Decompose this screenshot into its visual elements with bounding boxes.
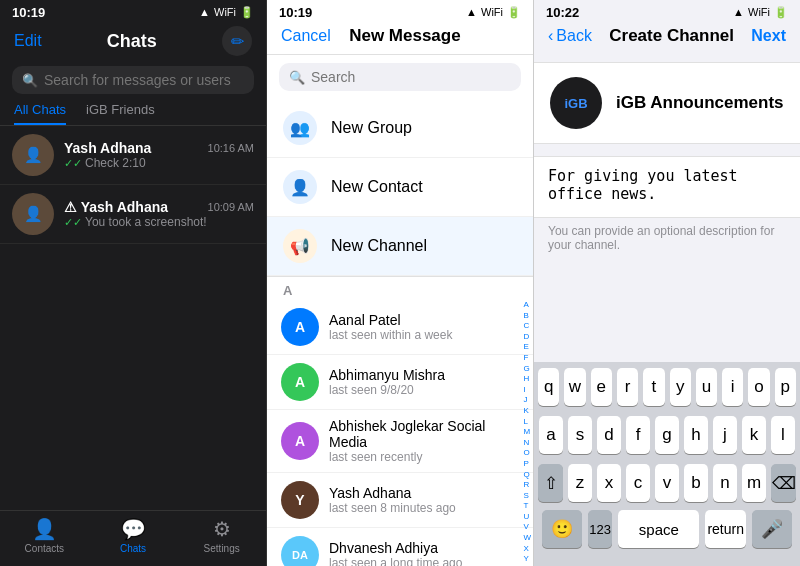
contact-name-dhvanesh: Dhvanesh Adhiya xyxy=(329,540,519,556)
key-j[interactable]: j xyxy=(713,416,737,454)
delete-key[interactable]: ⌫ xyxy=(771,464,796,502)
chat-list: 👤 Yash Adhana 10:16 AM ✓✓ Check 2:10 👤 ⚠… xyxy=(0,126,266,510)
back-label: Back xyxy=(556,27,592,45)
chats-search-input[interactable] xyxy=(44,72,244,88)
chats-header: Edit Chats ✏ xyxy=(0,22,266,62)
shift-key[interactable]: ⇧ xyxy=(538,464,563,502)
new-contact-option[interactable]: 👤 New Contact xyxy=(267,158,533,217)
nm-options: 👥 New Group 👤 New Contact 📢 New Channel xyxy=(267,99,533,277)
cc-description-input[interactable]: For giving you latest office news. xyxy=(548,167,786,203)
preview-text-yash2: You took a screenshot! xyxy=(85,215,207,229)
key-h[interactable]: h xyxy=(684,416,708,454)
cc-avatar-text: iGB xyxy=(564,96,587,111)
emoji-key[interactable]: 🙂 xyxy=(542,510,582,548)
new-group-option[interactable]: 👥 New Group xyxy=(267,99,533,158)
key-t[interactable]: t xyxy=(643,368,664,406)
key-b[interactable]: b xyxy=(684,464,708,502)
key-p[interactable]: p xyxy=(775,368,796,406)
key-v[interactable]: v xyxy=(655,464,679,502)
check-icon-yash1: ✓✓ xyxy=(64,157,82,170)
key-m[interactable]: m xyxy=(742,464,766,502)
tab-igb-friends[interactable]: iGB Friends xyxy=(86,102,155,125)
key-q[interactable]: q xyxy=(538,368,559,406)
compose-icon: ✏ xyxy=(231,32,244,51)
chevron-left-icon: ‹ xyxy=(548,27,553,45)
avatar-label: 👤 xyxy=(24,146,43,164)
signal-icon: ▲ xyxy=(199,6,210,18)
contact-abhishek[interactable]: A Abhishek Joglekar Social Media last se… xyxy=(267,410,533,473)
contact-info-yash: Yash Adhana last seen 8 minutes ago xyxy=(329,485,519,515)
keyboard-row-2: a s d f g h j k l xyxy=(534,410,800,458)
key-y[interactable]: y xyxy=(670,368,691,406)
tab-all-chats[interactable]: All Chats xyxy=(14,102,66,125)
bottom-tabs: 👤 Contacts 💬 Chats ⚙ Settings xyxy=(0,510,266,566)
tab-settings[interactable]: ⚙ Settings xyxy=(177,517,266,554)
key-u[interactable]: u xyxy=(696,368,717,406)
contact-aanal[interactable]: A Aanal Patel last seen within a week xyxy=(267,300,533,355)
cc-wifi-icon: WiFi xyxy=(748,6,770,18)
key-e[interactable]: e xyxy=(591,368,612,406)
key-k[interactable]: k xyxy=(742,416,766,454)
space-key[interactable]: space xyxy=(618,510,699,548)
key-s[interactable]: s xyxy=(568,416,592,454)
group-icon: 👥 xyxy=(283,111,317,145)
key-g[interactable]: g xyxy=(655,416,679,454)
channel-icon: 📢 xyxy=(283,229,317,263)
contact-name-aanal: Aanal Patel xyxy=(329,312,519,328)
status-bar-nm: 10:19 ▲ WiFi 🔋 xyxy=(267,0,533,22)
back-button[interactable]: ‹ Back xyxy=(548,27,592,45)
key-l[interactable]: l xyxy=(771,416,795,454)
cc-hint: You can provide an optional description … xyxy=(534,218,800,258)
status-icons-chats: ▲ WiFi 🔋 xyxy=(199,6,254,19)
contact-name-yash: Yash Adhana xyxy=(329,485,519,501)
chat-name-yash1: Yash Adhana xyxy=(64,140,151,156)
key-a[interactable]: a xyxy=(539,416,563,454)
numbers-key[interactable]: 123 xyxy=(588,510,612,548)
key-r[interactable]: r xyxy=(617,368,638,406)
key-i[interactable]: i xyxy=(722,368,743,406)
edit-button[interactable]: Edit xyxy=(14,32,42,50)
keyboard-row-3: ⇧ z x c v b n m ⌫ xyxy=(534,458,800,506)
status-time-cc: 10:22 xyxy=(546,5,579,20)
key-o[interactable]: o xyxy=(748,368,769,406)
new-channel-label: New Channel xyxy=(331,237,427,255)
mic-key[interactable]: 🎤 xyxy=(752,510,792,548)
key-c[interactable]: c xyxy=(626,464,650,502)
key-d[interactable]: d xyxy=(597,416,621,454)
contact-info-dhvanesh: Dhvanesh Adhiya last seen a long time ag… xyxy=(329,540,519,566)
cc-signal-icon: ▲ xyxy=(733,6,744,18)
tab-contacts[interactable]: 👤 Contacts xyxy=(0,517,89,554)
contact-dhvanesh[interactable]: DA Dhvanesh Adhiya last seen a long time… xyxy=(267,528,533,566)
key-z[interactable]: z xyxy=(568,464,592,502)
key-x[interactable]: x xyxy=(597,464,621,502)
key-n[interactable]: n xyxy=(713,464,737,502)
keyboard-row-1: q w e r t y u i o p xyxy=(534,362,800,410)
contact-abhi[interactable]: A Abhimanyu Mishra last seen 9/8/20 xyxy=(267,355,533,410)
new-contact-label: New Contact xyxy=(331,178,423,196)
return-key[interactable]: return xyxy=(705,510,746,548)
avatar-yash2: 👤 xyxy=(12,193,54,235)
chat-item-yash1[interactable]: 👤 Yash Adhana 10:16 AM ✓✓ Check 2:10 xyxy=(0,126,266,185)
nm-search-input[interactable] xyxy=(311,69,511,85)
contact-icon: 👤 xyxy=(283,170,317,204)
key-w[interactable]: w xyxy=(564,368,585,406)
chat-item-yash2[interactable]: 👤 ⚠ Yash Adhana 10:09 AM ✓✓ You took a s… xyxy=(0,185,266,244)
compose-button[interactable]: ✏ xyxy=(222,26,252,56)
new-channel-option[interactable]: 📢 New Channel xyxy=(267,217,533,276)
contact-yash[interactable]: Y Yash Adhana last seen 8 minutes ago xyxy=(267,473,533,528)
cc-avatar[interactable]: iGB xyxy=(550,77,602,129)
next-button[interactable]: Next xyxy=(751,27,786,45)
chat-preview-yash1: ✓✓ Check 2:10 xyxy=(64,156,254,170)
chat-info-yash2: ⚠ Yash Adhana 10:09 AM ✓✓ You took a scr… xyxy=(64,199,254,229)
contact-info-aanal: Aanal Patel last seen within a week xyxy=(329,312,519,342)
avatar-yash1: 👤 xyxy=(12,134,54,176)
nm-search-icon: 🔍 xyxy=(289,70,305,85)
key-f[interactable]: f xyxy=(626,416,650,454)
contacts-label: Contacts xyxy=(25,543,64,554)
cancel-button[interactable]: Cancel xyxy=(281,27,331,45)
nm-search-bar[interactable]: 🔍 xyxy=(279,63,521,91)
tab-chats[interactable]: 💬 Chats xyxy=(89,517,178,554)
status-bar-cc: 10:22 ▲ WiFi 🔋 xyxy=(534,0,800,22)
contact-status-yash: last seen 8 minutes ago xyxy=(329,501,519,515)
chats-search-bar[interactable]: 🔍 xyxy=(12,66,254,94)
